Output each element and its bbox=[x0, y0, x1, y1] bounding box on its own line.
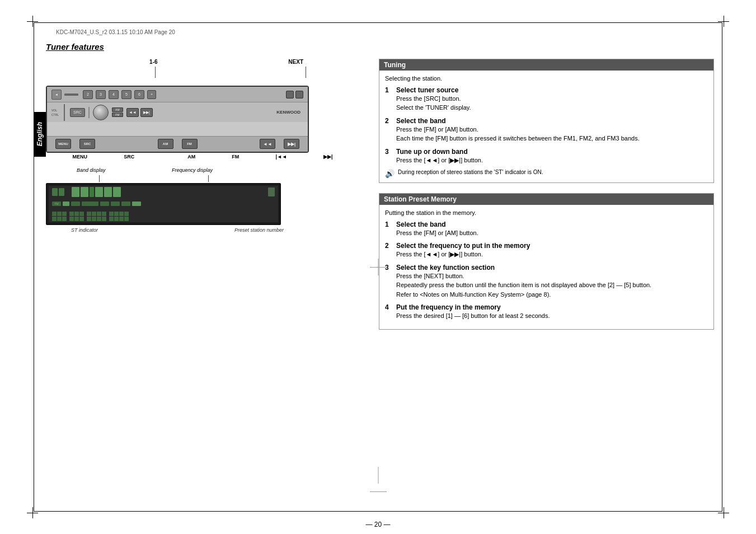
p12 bbox=[79, 217, 84, 221]
crosshair-bottom-right bbox=[718, 507, 729, 518]
btn-3: 3 bbox=[96, 90, 106, 99]
display-panel: FM bbox=[46, 183, 281, 225]
step-1-num: 1 bbox=[385, 86, 393, 113]
p7 bbox=[69, 212, 74, 216]
side-tab: English bbox=[34, 112, 46, 157]
step-3-detail-1: Press the [◄◄] or [▶▶|] button. bbox=[396, 156, 708, 165]
p15 bbox=[97, 212, 101, 216]
note-icon: 🔊 bbox=[385, 169, 395, 178]
p24 bbox=[124, 212, 129, 216]
bottom-v-line bbox=[378, 467, 378, 484]
center-v-line bbox=[378, 259, 378, 275]
preset-step-1-num: 1 bbox=[385, 221, 393, 237]
st-indicator-label: ST indicator bbox=[71, 227, 98, 233]
btn-prev-bottom: ◄◄ bbox=[260, 139, 275, 149]
right-column: Tuning Selecting the station. 1 Select t… bbox=[379, 59, 714, 340]
btn-am-bottom: AM bbox=[158, 139, 173, 149]
preset-g3 bbox=[87, 212, 106, 221]
ind-dab bbox=[121, 202, 130, 206]
label-fm: FM bbox=[232, 154, 239, 160]
radio-middle: VOL CTRL SRC AM FM ◄◄ ▶▶| KENWOO bbox=[47, 102, 308, 122]
bottom-h-line bbox=[370, 491, 387, 492]
ann-line-next bbox=[306, 67, 306, 78]
step-2-label: Select the band bbox=[396, 117, 708, 125]
p6 bbox=[62, 217, 67, 221]
page-border-top bbox=[34, 22, 722, 23]
p8 bbox=[74, 212, 79, 216]
btn-am: AM bbox=[112, 107, 123, 112]
preset-g1 bbox=[52, 212, 67, 221]
radio-top-bar: ◄ 2 3 4 5 6 + bbox=[47, 87, 308, 102]
divider-v bbox=[64, 104, 65, 121]
display-row-2: FM bbox=[49, 198, 278, 210]
page-title: Tuner features bbox=[46, 42, 714, 51]
radio-top-labels: 1-6 NEXT bbox=[46, 59, 359, 74]
p27 bbox=[119, 217, 124, 221]
btn-r1 bbox=[286, 91, 294, 99]
p20 bbox=[102, 217, 106, 221]
freq-d3 bbox=[95, 187, 103, 197]
ind-extra bbox=[132, 202, 141, 206]
btn-prev: ◄◄ bbox=[126, 108, 139, 117]
ind-rds bbox=[111, 202, 120, 206]
label-prev-sym: |◄◄ bbox=[275, 154, 287, 160]
p28 bbox=[124, 217, 129, 221]
step-3-label: Tune up or down band bbox=[396, 148, 708, 156]
preset-g1-r1 bbox=[52, 212, 67, 216]
freq-d2 bbox=[81, 187, 88, 197]
btn-back: ◄ bbox=[51, 90, 62, 100]
preset-header: Station Preset Memory bbox=[379, 194, 713, 205]
preset-g1-r2 bbox=[52, 217, 67, 221]
label-next-sym: ▶▶| bbox=[323, 154, 333, 160]
step-1-content: Select tuner source Press the [SRC] butt… bbox=[396, 86, 708, 113]
p26 bbox=[114, 217, 119, 221]
p2 bbox=[57, 212, 62, 216]
preset-station-label: Preset station number bbox=[234, 227, 284, 233]
slot-indicator bbox=[64, 93, 78, 96]
radio-device-area: 1-6 NEXT ◄ 2 3 4 5 6 + bbox=[46, 59, 359, 161]
step-2-num: 2 bbox=[385, 117, 393, 143]
tuning-step-1: 1 Select tuner source Press the [SRC] bu… bbox=[385, 86, 708, 113]
label-menu: MENU bbox=[73, 154, 88, 160]
tuning-section: Tuning Selecting the station. 1 Select t… bbox=[379, 59, 714, 183]
preset-step-3: 3 Select the key function section Press … bbox=[385, 264, 708, 299]
ind-fm: FM bbox=[52, 202, 61, 206]
p16 bbox=[102, 212, 106, 216]
preset-step-2-label: Select the frequency to put in the memor… bbox=[396, 242, 708, 250]
preset-g2-r2 bbox=[69, 217, 84, 221]
p11 bbox=[74, 217, 79, 221]
preset-step-2: 2 Select the frequency to put in the mem… bbox=[385, 242, 708, 259]
crosshair-top-right bbox=[718, 16, 729, 27]
freq-chars bbox=[72, 187, 121, 197]
center-btns: AM FM bbox=[112, 107, 123, 117]
p1 bbox=[52, 212, 57, 216]
kenwood-logo: KENWOOD bbox=[276, 110, 303, 115]
preset-step-4: 4 Put the frequency in the memory Press … bbox=[385, 303, 708, 320]
preset-subtitle: Putting the station in the memory. bbox=[385, 209, 708, 216]
band-display-label: Band display bbox=[77, 167, 106, 173]
preset-step-3-detail-2: Repeatedly press the button until the fu… bbox=[396, 281, 708, 289]
display-area: Band display Frequency display bbox=[46, 167, 359, 233]
freq-dot bbox=[90, 187, 94, 197]
preset-step-4-detail: Press the desired [1] — [6] button for a… bbox=[396, 312, 708, 320]
note-text: During reception of stereo stations the … bbox=[398, 169, 543, 175]
step-1-detail-2: Select the 'TUNER' display. bbox=[396, 104, 708, 112]
prev-btn-label: ◄◄ bbox=[260, 139, 275, 149]
label-1-6: 1-6 bbox=[149, 59, 157, 65]
radio-unit: ◄ 2 3 4 5 6 + bbox=[46, 86, 309, 153]
btn-fm: FM bbox=[112, 113, 123, 117]
step-2-content: Select the band Press the [FM] or [AM] b… bbox=[396, 117, 708, 143]
side-tab-label: English bbox=[36, 122, 44, 146]
p19 bbox=[97, 217, 101, 221]
btn-next-seek: ▶▶| bbox=[140, 108, 153, 117]
preset-body: Putting the station in the memory. 1 Sel… bbox=[379, 205, 713, 329]
main-content: Tuner features 1-6 NEXT ◄ 2 3 4 bbox=[46, 42, 714, 503]
am-btn-label: AM bbox=[158, 139, 173, 149]
tuning-note: 🔊 During reception of stereo stations th… bbox=[385, 169, 708, 178]
tuning-step-2: 2 Select the band Press the [FM] or [AM]… bbox=[385, 117, 708, 143]
divider-v2 bbox=[88, 107, 90, 118]
right-btns bbox=[286, 91, 303, 99]
tuning-step-3: 3 Tune up or down band Press the [◄◄] or… bbox=[385, 148, 708, 165]
preset-section: Station Preset Memory Putting the statio… bbox=[379, 193, 714, 330]
display-row-1 bbox=[49, 186, 278, 198]
